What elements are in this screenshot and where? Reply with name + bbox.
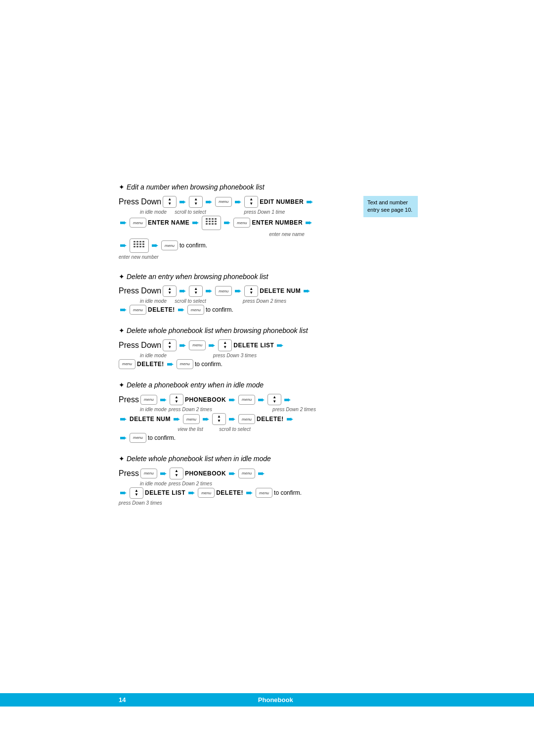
to-confirm-4: to confirm. bbox=[148, 434, 176, 441]
down-key-13: ▲▼ bbox=[130, 487, 143, 499]
captions-delete-entry: in idle mode scroll to select press Down… bbox=[138, 298, 415, 304]
arrow-12: ➨ bbox=[205, 286, 213, 295]
arrow-23: ➨ bbox=[258, 395, 265, 404]
down-key-5: ▲▼ bbox=[189, 285, 203, 297]
to-confirm-5: to confirm. bbox=[274, 489, 302, 496]
menu-key-14: menu bbox=[238, 414, 255, 424]
menu-key-13: menu bbox=[183, 414, 200, 424]
arrow-1: ➨ bbox=[179, 197, 186, 206]
arrow-15: ➨ bbox=[120, 305, 127, 314]
page-number: 14 bbox=[119, 696, 126, 704]
phonebook-label-2: PHONEBOOK bbox=[185, 470, 226, 477]
menu-key-12: menu bbox=[238, 395, 255, 405]
arrow-16: ➨ bbox=[178, 305, 185, 314]
captions-delete-whole: in idle mode press Down 3 times bbox=[138, 353, 415, 358]
menu-key-7: menu bbox=[187, 305, 204, 315]
delete-excl-4: DELETE! bbox=[216, 489, 243, 496]
enter-number-label: ENTER NUMBER bbox=[252, 219, 303, 226]
press-label-5: Press bbox=[119, 469, 139, 478]
arrow-34: ➨ bbox=[120, 488, 127, 497]
delete-num-label: DELETE NUM bbox=[260, 287, 301, 294]
arrow-11: ➨ bbox=[179, 286, 186, 295]
delete-excl-3: DELETE! bbox=[257, 416, 284, 423]
arrow-5: ➨ bbox=[120, 218, 127, 227]
arrow-35: ➨ bbox=[188, 488, 195, 497]
menu-key-8: menu bbox=[189, 340, 206, 350]
page-topic: Phonebook bbox=[135, 696, 415, 704]
to-confirm-1: to confirm. bbox=[179, 242, 207, 249]
arrow-27: ➨ bbox=[202, 415, 210, 424]
press-label: Press Down bbox=[119, 197, 161, 206]
arrow-19: ➨ bbox=[276, 341, 284, 350]
down-key-1: ▲▼ bbox=[163, 196, 177, 208]
delete-whole-line1: Press Down ▲▼ ➨ menu ➨ ▲▼ DELETE LIST ➨ bbox=[119, 339, 415, 351]
arrow-8: ➨ bbox=[305, 218, 312, 227]
arrow-30: ➨ bbox=[120, 433, 127, 442]
caption-press-down-3: press Down 3 times bbox=[119, 500, 415, 506]
arrow-17: ➨ bbox=[179, 341, 186, 350]
arrow-25: ➨ bbox=[120, 415, 127, 424]
arrow-7: ➨ bbox=[223, 218, 231, 227]
section-edit-number-title: ✦Edit a number when browsing phonebook l… bbox=[119, 183, 415, 191]
down-key-4: ▲▼ bbox=[163, 285, 177, 297]
enter-name-label: ENTER NAME bbox=[148, 219, 189, 226]
captions-delete-whole-idle: in idle mode press Down 2 times bbox=[138, 481, 415, 486]
phonebook-label-1: PHONEBOOK bbox=[185, 396, 226, 403]
down-key-7: ▲▼ bbox=[163, 339, 177, 351]
delete-entry-line1: Press Down ▲▼ ➨ ▲▼ ➨ menu ➨ ▲▼ DELETE NU… bbox=[119, 285, 415, 297]
section-edit-number: ✦Edit a number when browsing phonebook l… bbox=[119, 183, 415, 261]
arrow-4: ➨ bbox=[306, 197, 313, 206]
down-key-8: ▲▼ bbox=[218, 339, 232, 351]
section-delete-idle-title: ✦Delete a phonebook entry when in idle m… bbox=[119, 381, 415, 389]
section-delete-whole-idle-title: ✦Delete whole phonebook list when in idl… bbox=[119, 455, 415, 463]
menu-key-17: menu bbox=[238, 469, 255, 478]
arrow-22: ➨ bbox=[228, 395, 236, 404]
menu-key-3: menu bbox=[233, 218, 250, 228]
menu-key-6: menu bbox=[130, 305, 146, 315]
arrow-2: ➨ bbox=[205, 197, 213, 206]
arrow-31: ➨ bbox=[160, 469, 167, 478]
menu-key-11: menu bbox=[140, 395, 157, 405]
down-key-10: ▲▼ bbox=[267, 394, 281, 406]
menu-key-4: menu bbox=[161, 240, 178, 250]
delete-list-label: DELETE LIST bbox=[233, 342, 274, 349]
menu-key-16: menu bbox=[140, 469, 157, 478]
info-box: Text and number entry see page 10. bbox=[363, 196, 418, 217]
press-label-4: Press bbox=[119, 395, 139, 404]
arrow-20: ➨ bbox=[167, 360, 174, 369]
caption-enter-new-name: enter new name bbox=[158, 232, 415, 237]
section-delete-whole: ✦Delete whole phonebook list when browsi… bbox=[119, 327, 415, 369]
section-delete-idle: ✦Delete a phonebook entry when in idle m… bbox=[119, 381, 415, 443]
down-key-2: ▲▼ bbox=[189, 196, 203, 208]
arrow-36: ➨ bbox=[246, 488, 253, 497]
arrow-21: ➨ bbox=[160, 395, 167, 404]
footer-bar: 14 Phonebook bbox=[0, 693, 534, 707]
menu-key-10: menu bbox=[177, 359, 193, 369]
arrow-24: ➨ bbox=[284, 395, 291, 404]
arrow-28: ➨ bbox=[228, 415, 236, 424]
delete-entry-line2: ➨ menu DELETE! ➨ menu to confirm. bbox=[119, 305, 415, 315]
menu-key-19: menu bbox=[256, 488, 272, 498]
delete-whole-idle-line2: ➨ ▲▼ DELETE LIST ➨ menu DELETE! ➨ menu t… bbox=[119, 487, 415, 499]
section-delete-whole-idle: ✦Delete whole phonebook list when in idl… bbox=[119, 455, 415, 506]
to-confirm-2: to confirm. bbox=[206, 306, 233, 313]
edit-number-label: EDIT NUMBER bbox=[260, 198, 304, 205]
section-delete-entry-title: ✦Delete an entry when browsing phonebook… bbox=[119, 273, 415, 281]
grid-key-2 bbox=[130, 238, 149, 253]
down-key-9: ▲▼ bbox=[170, 394, 183, 406]
arrow-6: ➨ bbox=[192, 218, 199, 227]
menu-key-9: menu bbox=[119, 359, 135, 369]
delete-excl-2: DELETE! bbox=[137, 361, 164, 368]
delete-idle-line2: ➨ DELETE NUM ➨ menu ➨ ▲▼ ➨ menu DELETE! … bbox=[119, 413, 415, 425]
section-delete-whole-title: ✦Delete whole phonebook list when browsi… bbox=[119, 327, 415, 334]
delete-whole-line2: menu DELETE! ➨ menu to confirm. bbox=[119, 359, 415, 369]
down-key-3: ▲▼ bbox=[244, 196, 258, 208]
delete-excl-1: DELETE! bbox=[148, 306, 175, 313]
arrow-33: ➨ bbox=[258, 469, 265, 478]
delete-num-label-2: DELETE NUM bbox=[130, 416, 171, 423]
down-key-11: ▲▼ bbox=[212, 413, 226, 425]
step-line-3: ➨ ➨ menu to confirm. bbox=[119, 238, 415, 253]
arrow-9: ➨ bbox=[120, 241, 127, 250]
press-label-3: Press Down bbox=[119, 341, 161, 350]
press-label-2: Press Down bbox=[119, 286, 161, 295]
